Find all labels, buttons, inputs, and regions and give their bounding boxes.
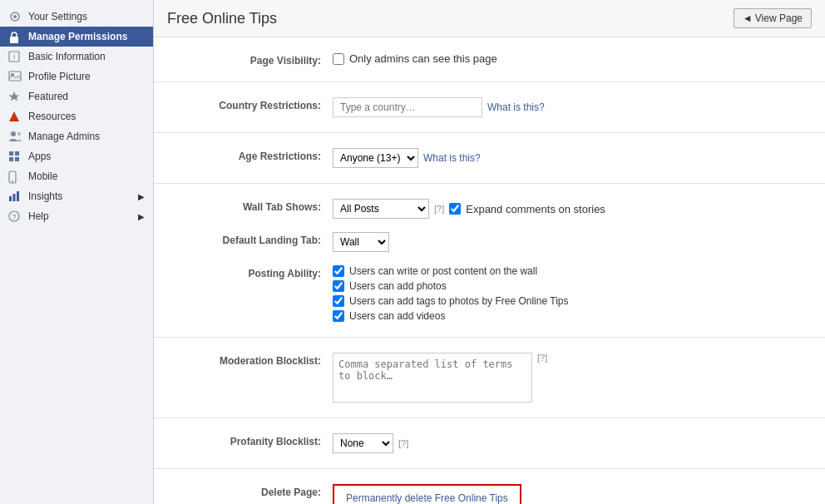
default-landing-tab-control: Wall Info Photos Likes bbox=[333, 232, 808, 252]
admin-icon bbox=[8, 131, 23, 142]
add-tags-label: Users can add tags to photos by Free Onl… bbox=[349, 295, 568, 307]
svg-marker-8 bbox=[9, 111, 19, 121]
sidebar-item-help[interactable]: ? Help ▶ bbox=[0, 206, 153, 226]
svg-marker-7 bbox=[8, 91, 19, 101]
sidebar-label: Resources bbox=[28, 111, 76, 122]
sidebar-item-profile-picture[interactable]: Profile Picture bbox=[0, 67, 153, 86]
posting-option-write: Users can write or post content on the w… bbox=[333, 265, 808, 277]
moderation-blocklist-control: [?] bbox=[333, 353, 808, 403]
sidebar-label: Profile Picture bbox=[28, 71, 91, 82]
svg-point-9 bbox=[11, 131, 16, 136]
expand-comments-checkbox[interactable] bbox=[449, 203, 461, 215]
wall-tab-shows-help[interactable]: [?] bbox=[434, 204, 444, 214]
sidebar-item-resources[interactable]: Resources bbox=[0, 106, 153, 126]
expand-comments-label: Expand comments on stories bbox=[466, 203, 605, 215]
svg-rect-17 bbox=[9, 196, 12, 201]
sidebar-label: Featured bbox=[28, 91, 68, 102]
svg-rect-18 bbox=[13, 194, 16, 201]
sidebar-item-apps[interactable]: Apps bbox=[0, 146, 153, 166]
profanity-blocklist-select[interactable]: None Medium Strong bbox=[333, 433, 393, 453]
delete-page-section: Delete Page: Permanently delete Free Onl… bbox=[154, 469, 825, 504]
page-title: Free Online Tips bbox=[167, 10, 277, 27]
add-tags-checkbox[interactable] bbox=[333, 295, 344, 307]
default-landing-tab-select[interactable]: Wall Info Photos Likes bbox=[333, 232, 389, 252]
delete-page-control: Permanently delete Free Online Tips bbox=[333, 484, 808, 504]
posting-ability-label: Posting Ability: bbox=[170, 265, 333, 279]
write-post-label: Users can write or post content on the w… bbox=[349, 265, 537, 277]
write-post-checkbox[interactable] bbox=[333, 265, 344, 277]
form-area: Page Visibility: Only admins can see thi… bbox=[154, 37, 825, 504]
svg-rect-12 bbox=[15, 151, 19, 156]
apps-icon bbox=[8, 151, 23, 162]
profanity-blocklist-row: Profanity Blocklist: None Medium Strong … bbox=[170, 427, 808, 460]
sidebar-item-featured[interactable]: Featured bbox=[0, 86, 153, 106]
default-landing-tab-label: Default Landing Tab: bbox=[170, 232, 333, 246]
wall-tab-shows-label: Wall Tab Shows: bbox=[170, 199, 333, 213]
page-visibility-section: Page Visibility: Only admins can see thi… bbox=[154, 37, 825, 82]
sidebar-item-mobile[interactable]: Mobile bbox=[0, 166, 153, 186]
add-photos-label: Users can add photos bbox=[349, 280, 447, 292]
sidebar-item-manage-admins[interactable]: Manage Admins bbox=[0, 126, 153, 146]
add-photos-checkbox[interactable] bbox=[333, 280, 344, 292]
add-videos-label: Users can add videos bbox=[349, 310, 445, 322]
svg-text:?: ? bbox=[12, 213, 16, 221]
svg-point-1 bbox=[13, 15, 17, 18]
moderation-blocklist-help[interactable]: [?] bbox=[537, 353, 547, 363]
delete-page-link[interactable]: Permanently delete Free Online Tips bbox=[346, 492, 508, 504]
svg-rect-13 bbox=[9, 157, 13, 161]
moderation-blocklist-label: Moderation Blocklist: bbox=[170, 353, 333, 367]
help-arrow: ▶ bbox=[138, 212, 145, 221]
page-visibility-control: Only admins can see this page bbox=[333, 52, 808, 65]
moderation-blocklist-row: Moderation Blocklist: [?] bbox=[170, 346, 808, 409]
wall-tab-shows-section: Wall Tab Shows: All Posts Posts by Page … bbox=[154, 184, 825, 338]
age-restrictions-control: Anyone (13+) Age 17+ Age 18+ Age 19+ Age… bbox=[333, 148, 808, 168]
svg-rect-2 bbox=[10, 37, 18, 43]
delete-page-row: Delete Page: Permanently delete Free Onl… bbox=[170, 477, 808, 504]
sidebar-label: Your Settings bbox=[28, 11, 87, 22]
country-restrictions-what-link[interactable]: What is this? bbox=[487, 101, 545, 113]
wall-tab-shows-select[interactable]: All Posts Posts by Page Posts by Others bbox=[333, 199, 429, 219]
sidebar-item-your-settings[interactable]: Your Settings bbox=[0, 7, 153, 27]
page-visibility-row: Page Visibility: Only admins can see thi… bbox=[170, 46, 808, 73]
posting-ability-row: Posting Ability: Users can write or post… bbox=[170, 259, 808, 329]
page-visibility-label: Page Visibility: bbox=[170, 52, 333, 67]
sidebar-label: Help bbox=[28, 210, 49, 222]
mobile-icon bbox=[8, 170, 23, 182]
resources-icon bbox=[8, 111, 23, 122]
svg-text:i: i bbox=[13, 52, 15, 61]
delete-page-box: Permanently delete Free Online Tips bbox=[333, 484, 521, 504]
profanity-blocklist-label: Profanity Blocklist: bbox=[170, 433, 333, 447]
age-restrictions-section: Age Restrictions: Anyone (13+) Age 17+ A… bbox=[154, 133, 825, 184]
lock-icon bbox=[8, 31, 23, 42]
svg-rect-19 bbox=[17, 191, 19, 201]
delete-page-label: Delete Page: bbox=[170, 484, 333, 498]
view-page-button[interactable]: ◄ View Page bbox=[734, 8, 812, 28]
moderation-blocklist-textarea[interactable] bbox=[333, 353, 532, 403]
photo-icon bbox=[8, 71, 23, 82]
page-visibility-checkbox[interactable] bbox=[333, 53, 344, 65]
country-restrictions-input[interactable] bbox=[333, 97, 482, 117]
add-videos-checkbox[interactable] bbox=[333, 310, 344, 322]
insights-arrow: ▶ bbox=[138, 192, 145, 201]
country-restrictions-row: Country Restrictions: What is this? bbox=[170, 91, 808, 124]
age-restrictions-what-link[interactable]: What is this? bbox=[423, 152, 481, 164]
age-restrictions-label: Age Restrictions: bbox=[170, 148, 333, 162]
wall-tab-shows-row: Wall Tab Shows: All Posts Posts by Page … bbox=[170, 192, 808, 225]
sidebar-label: Basic Information bbox=[28, 51, 106, 62]
sidebar-item-insights[interactable]: Insights ▶ bbox=[0, 186, 153, 206]
profanity-blocklist-control: None Medium Strong [?] bbox=[333, 433, 808, 453]
age-restrictions-select[interactable]: Anyone (13+) Age 17+ Age 18+ Age 19+ Age… bbox=[333, 148, 418, 168]
country-restrictions-label: Country Restrictions: bbox=[170, 97, 333, 111]
age-restrictions-row: Age Restrictions: Anyone (13+) Age 17+ A… bbox=[170, 141, 808, 175]
sidebar-label: Insights bbox=[28, 190, 62, 202]
sidebar: Your Settings Manage Permissions i Basic… bbox=[0, 0, 154, 504]
svg-point-16 bbox=[12, 180, 13, 182]
posting-option-videos: Users can add videos bbox=[333, 310, 808, 322]
content-area: Free Online Tips ◄ View Page Page Visibi… bbox=[154, 0, 825, 504]
insights-icon bbox=[8, 190, 23, 202]
sidebar-item-basic-information[interactable]: i Basic Information bbox=[0, 47, 153, 67]
help-icon: ? bbox=[8, 210, 23, 222]
sidebar-item-manage-permissions[interactable]: Manage Permissions bbox=[0, 27, 153, 47]
svg-point-10 bbox=[17, 132, 21, 136]
profanity-blocklist-help[interactable]: [?] bbox=[398, 438, 408, 448]
